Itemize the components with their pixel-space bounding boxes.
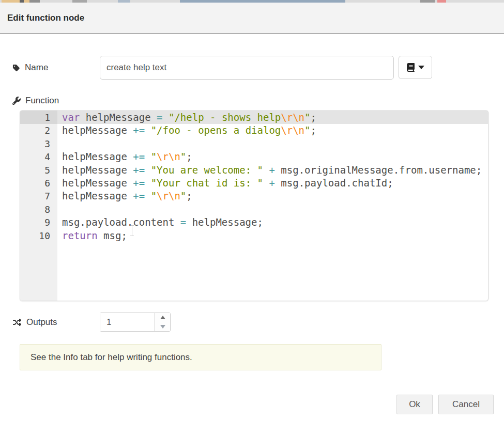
code-line[interactable]: return msg; <box>57 229 488 242</box>
code-line[interactable]: var helpMessage = "/help - shows help\r\… <box>57 111 488 124</box>
gutter-line-number: 4 <box>20 150 57 163</box>
spinner-up-button[interactable] <box>155 313 170 322</box>
edit-function-node-dialog: Edit function node Name Function 1234567… <box>0 3 504 421</box>
gutter-line-number: 8 <box>20 203 57 216</box>
name-input[interactable] <box>100 56 394 80</box>
book-icon <box>406 63 415 72</box>
spinner-down-button[interactable] <box>155 322 170 332</box>
info-tip-text: See the Info tab for help writing functi… <box>30 352 192 363</box>
spinner-buttons <box>155 313 170 331</box>
code-line[interactable]: helpMessage += "/foo - opens a dialog\r\… <box>57 124 488 137</box>
code-editor[interactable]: 12345678910 var helpMessage = "/help - s… <box>20 110 488 301</box>
name-label-text: Name <box>25 63 48 73</box>
outputs-label-text: Outputs <box>26 317 57 328</box>
cancel-button[interactable]: Cancel <box>438 395 494 414</box>
gutter-line-number: 3 <box>20 137 57 150</box>
name-label: Name <box>12 56 48 80</box>
arrow-up-icon <box>160 316 165 319</box>
wrench-icon <box>12 97 21 105</box>
gutter-line-number: 7 <box>20 190 57 202</box>
gutter-line-number: 5 <box>20 164 57 177</box>
screen: Edit function node Name Function 1234567… <box>0 0 504 421</box>
ok-button[interactable]: Ok <box>396 395 433 414</box>
outputs-input[interactable] <box>100 313 152 331</box>
gutter-line-number: 6 <box>20 177 57 190</box>
shuffle-icon <box>12 318 22 326</box>
gutter-line-number: 10 <box>20 229 57 242</box>
mouse-text-cursor <box>130 225 134 236</box>
dialog-header: Edit function node <box>0 3 504 34</box>
editor-code[interactable]: var helpMessage = "/help - shows help\r\… <box>57 111 488 301</box>
outputs-label: Outputs <box>12 313 57 332</box>
tag-icon <box>12 64 20 72</box>
code-line[interactable] <box>57 137 488 150</box>
editor-gutter: 12345678910 <box>20 111 57 301</box>
dialog-title: Edit function node <box>7 13 84 23</box>
code-line[interactable]: helpMessage += "You are welcome: " + msg… <box>57 164 488 177</box>
info-tip: See the Info tab for help writing functi… <box>20 344 381 370</box>
code-line[interactable]: helpMessage += "\r\n"; <box>57 150 488 163</box>
gutter-line-number: 9 <box>20 216 57 229</box>
function-label-text: Function <box>25 96 59 106</box>
code-line[interactable]: helpMessage += "Your chat id is: " + msg… <box>57 177 488 190</box>
gutter-line-number: 1 <box>20 111 57 124</box>
code-line[interactable]: msg.payload.content = helpMessage; <box>57 216 488 229</box>
code-line[interactable] <box>57 203 488 216</box>
outputs-spinner <box>100 313 171 332</box>
gutter-line-number: 2 <box>20 124 57 137</box>
arrow-down-icon <box>160 325 165 329</box>
caret-down-icon <box>418 66 424 69</box>
function-label: Function <box>12 94 59 107</box>
code-line[interactable]: helpMessage += "\r\n"; <box>57 190 488 202</box>
library-dropdown-button[interactable] <box>399 56 432 79</box>
